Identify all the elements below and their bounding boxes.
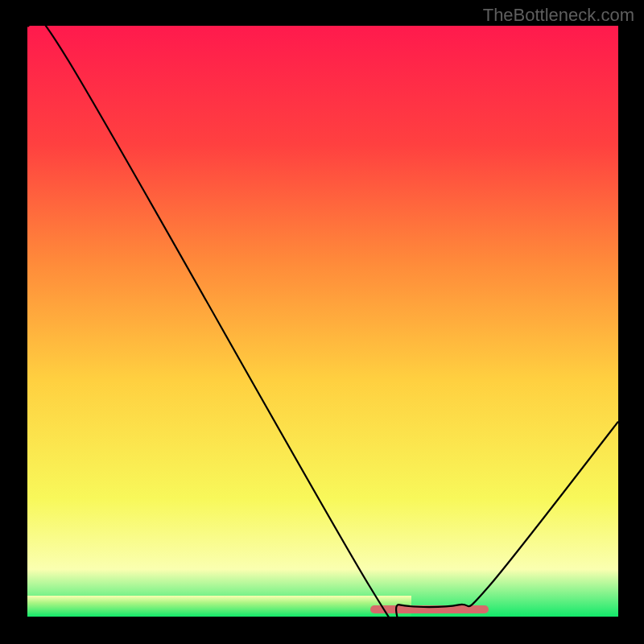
bottleneck-curve xyxy=(27,26,618,617)
watermark-text: TheBottleneck.com xyxy=(483,5,634,26)
chart-plot-area xyxy=(27,26,618,617)
